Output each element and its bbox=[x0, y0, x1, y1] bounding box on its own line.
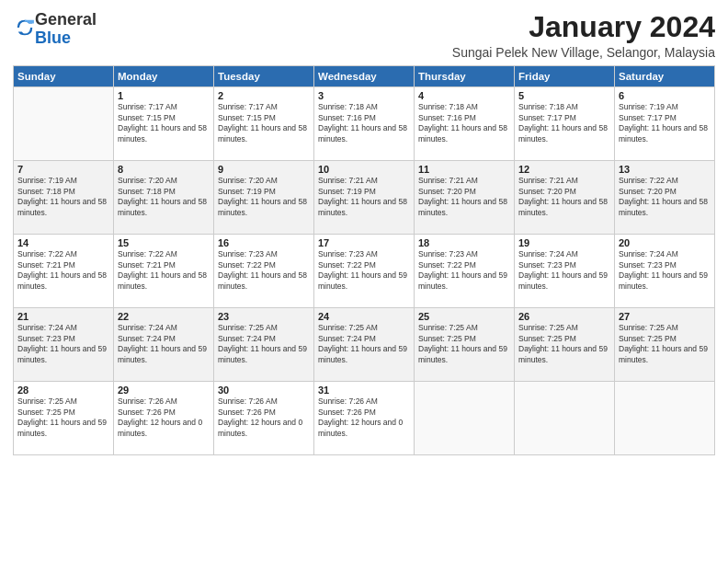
calendar-cell-w1d2: 9Sunrise: 7:20 AMSunset: 7:19 PMDaylight… bbox=[214, 161, 314, 235]
calendar-cell-w4d5 bbox=[515, 382, 615, 455]
calendar-cell-w4d3: 31Sunrise: 7:26 AMSunset: 7:26 PMDayligh… bbox=[314, 382, 415, 455]
day-number: 14 bbox=[17, 237, 109, 248]
day-number: 16 bbox=[218, 237, 310, 248]
day-number: 28 bbox=[17, 385, 109, 396]
day-number: 11 bbox=[418, 164, 510, 175]
calendar-cell-w1d5: 12Sunrise: 7:21 AMSunset: 7:20 PMDayligh… bbox=[515, 161, 615, 235]
calendar-table: Sunday Monday Tuesday Wednesday Thursday… bbox=[13, 65, 715, 455]
calendar-cell-w3d6: 27Sunrise: 7:25 AMSunset: 7:25 PMDayligh… bbox=[615, 308, 715, 382]
calendar-cell-w2d4: 18Sunrise: 7:23 AMSunset: 7:22 PMDayligh… bbox=[415, 235, 515, 308]
day-detail: Sunrise: 7:24 AMSunset: 7:23 PMDaylight:… bbox=[17, 323, 109, 365]
calendar-week-row-2: 14Sunrise: 7:22 AMSunset: 7:21 PMDayligh… bbox=[14, 235, 715, 308]
col-tuesday: Tuesday bbox=[214, 66, 314, 87]
calendar-cell-w1d6: 13Sunrise: 7:22 AMSunset: 7:20 PMDayligh… bbox=[615, 161, 715, 235]
day-detail: Sunrise: 7:25 AMSunset: 7:25 PMDaylight:… bbox=[518, 323, 610, 365]
day-number: 30 bbox=[218, 385, 310, 396]
calendar-cell-w0d1: 1Sunrise: 7:17 AMSunset: 7:15 PMDaylight… bbox=[114, 87, 214, 161]
calendar-cell-w1d1: 8Sunrise: 7:20 AMSunset: 7:18 PMDaylight… bbox=[114, 161, 214, 235]
calendar-cell-w2d3: 17Sunrise: 7:23 AMSunset: 7:22 PMDayligh… bbox=[314, 235, 415, 308]
calendar-week-row-0: 1Sunrise: 7:17 AMSunset: 7:15 PMDaylight… bbox=[14, 87, 715, 161]
col-wednesday: Wednesday bbox=[314, 66, 415, 87]
calendar-cell-w4d2: 30Sunrise: 7:26 AMSunset: 7:26 PMDayligh… bbox=[214, 382, 314, 455]
day-detail: Sunrise: 7:25 AMSunset: 7:24 PMDaylight:… bbox=[318, 323, 410, 365]
day-number: 6 bbox=[619, 90, 711, 101]
day-number: 7 bbox=[17, 164, 109, 175]
col-friday: Friday bbox=[515, 66, 615, 87]
calendar-cell-w3d3: 24Sunrise: 7:25 AMSunset: 7:24 PMDayligh… bbox=[314, 308, 415, 382]
day-number: 22 bbox=[118, 311, 210, 322]
day-number: 29 bbox=[118, 385, 210, 396]
calendar-cell-w4d6 bbox=[615, 382, 715, 455]
day-number: 27 bbox=[619, 311, 711, 322]
day-detail: Sunrise: 7:24 AMSunset: 7:24 PMDaylight:… bbox=[118, 323, 210, 365]
day-detail: Sunrise: 7:19 AMSunset: 7:18 PMDaylight:… bbox=[17, 176, 109, 218]
calendar-cell-w1d0: 7Sunrise: 7:19 AMSunset: 7:18 PMDaylight… bbox=[14, 161, 114, 235]
calendar-cell-w1d3: 10Sunrise: 7:21 AMSunset: 7:19 PMDayligh… bbox=[314, 161, 415, 235]
day-number: 31 bbox=[318, 385, 410, 396]
day-detail: Sunrise: 7:23 AMSunset: 7:22 PMDaylight:… bbox=[418, 249, 510, 292]
day-detail: Sunrise: 7:26 AMSunset: 7:26 PMDaylight:… bbox=[118, 396, 210, 439]
calendar-cell-w2d0: 14Sunrise: 7:22 AMSunset: 7:21 PMDayligh… bbox=[14, 235, 114, 308]
col-sunday: Sunday bbox=[14, 66, 114, 87]
calendar-cell-w3d4: 25Sunrise: 7:25 AMSunset: 7:25 PMDayligh… bbox=[415, 308, 515, 382]
day-detail: Sunrise: 7:24 AMSunset: 7:23 PMDaylight:… bbox=[518, 249, 610, 292]
day-number: 8 bbox=[118, 164, 210, 175]
col-thursday: Thursday bbox=[415, 66, 515, 87]
day-detail: Sunrise: 7:24 AMSunset: 7:23 PMDaylight:… bbox=[619, 249, 711, 292]
day-detail: Sunrise: 7:26 AMSunset: 7:26 PMDaylight:… bbox=[218, 396, 310, 439]
calendar-cell-w3d1: 22Sunrise: 7:24 AMSunset: 7:24 PMDayligh… bbox=[114, 308, 214, 382]
day-detail: Sunrise: 7:21 AMSunset: 7:20 PMDaylight:… bbox=[518, 176, 610, 218]
day-number: 10 bbox=[318, 164, 410, 175]
calendar-cell-w0d0 bbox=[14, 87, 114, 161]
day-detail: Sunrise: 7:25 AMSunset: 7:24 PMDaylight:… bbox=[218, 323, 310, 365]
title-block: January 2024 Sungai Pelek New Village, S… bbox=[452, 11, 715, 60]
col-saturday: Saturday bbox=[615, 66, 715, 87]
calendar-week-row-4: 28Sunrise: 7:25 AMSunset: 7:25 PMDayligh… bbox=[14, 382, 715, 455]
day-number: 21 bbox=[17, 311, 109, 322]
calendar-header-row: Sunday Monday Tuesday Wednesday Thursday… bbox=[14, 66, 715, 87]
col-monday: Monday bbox=[114, 66, 214, 87]
month-year-title: January 2024 bbox=[452, 11, 715, 43]
calendar-cell-w0d3: 3Sunrise: 7:18 AMSunset: 7:16 PMDaylight… bbox=[314, 87, 415, 161]
day-detail: Sunrise: 7:21 AMSunset: 7:20 PMDaylight:… bbox=[418, 176, 510, 218]
day-detail: Sunrise: 7:18 AMSunset: 7:17 PMDaylight:… bbox=[518, 102, 610, 144]
day-detail: Sunrise: 7:25 AMSunset: 7:25 PMDaylight:… bbox=[418, 323, 510, 365]
day-number: 20 bbox=[619, 237, 711, 248]
day-detail: Sunrise: 7:25 AMSunset: 7:25 PMDaylight:… bbox=[619, 323, 711, 365]
day-number: 12 bbox=[518, 164, 610, 175]
day-detail: Sunrise: 7:26 AMSunset: 7:26 PMDaylight:… bbox=[318, 396, 410, 439]
day-detail: Sunrise: 7:20 AMSunset: 7:19 PMDaylight:… bbox=[218, 176, 310, 218]
day-number: 15 bbox=[118, 237, 210, 248]
calendar-cell-w0d6: 6Sunrise: 7:19 AMSunset: 7:17 PMDaylight… bbox=[615, 87, 715, 161]
calendar-cell-w4d4 bbox=[415, 382, 515, 455]
day-detail: Sunrise: 7:21 AMSunset: 7:19 PMDaylight:… bbox=[318, 176, 410, 218]
calendar-cell-w3d2: 23Sunrise: 7:25 AMSunset: 7:24 PMDayligh… bbox=[214, 308, 314, 382]
logo-general-text: General bbox=[35, 10, 97, 29]
day-number: 26 bbox=[518, 311, 610, 322]
calendar-week-row-1: 7Sunrise: 7:19 AMSunset: 7:18 PMDaylight… bbox=[14, 161, 715, 235]
day-number: 3 bbox=[318, 90, 410, 101]
day-number: 17 bbox=[318, 237, 410, 248]
calendar-cell-w4d1: 29Sunrise: 7:26 AMSunset: 7:26 PMDayligh… bbox=[114, 382, 214, 455]
day-number: 1 bbox=[118, 90, 210, 101]
day-detail: Sunrise: 7:20 AMSunset: 7:18 PMDaylight:… bbox=[118, 176, 210, 218]
logo-text: General Blue bbox=[35, 11, 97, 48]
day-number: 4 bbox=[418, 90, 510, 101]
day-number: 24 bbox=[318, 311, 410, 322]
day-detail: Sunrise: 7:18 AMSunset: 7:16 PMDaylight:… bbox=[418, 102, 510, 144]
day-detail: Sunrise: 7:23 AMSunset: 7:22 PMDaylight:… bbox=[318, 249, 410, 292]
calendar-cell-w0d2: 2Sunrise: 7:17 AMSunset: 7:15 PMDaylight… bbox=[214, 87, 314, 161]
location-text: Sungai Pelek New Village, Selangor, Mala… bbox=[452, 45, 715, 60]
calendar-cell-w2d1: 15Sunrise: 7:22 AMSunset: 7:21 PMDayligh… bbox=[114, 235, 214, 308]
day-number: 23 bbox=[218, 311, 310, 322]
page: General Blue January 2024 Sungai Pelek N… bbox=[0, 0, 728, 563]
day-number: 5 bbox=[518, 90, 610, 101]
calendar-cell-w3d5: 26Sunrise: 7:25 AMSunset: 7:25 PMDayligh… bbox=[515, 308, 615, 382]
calendar-cell-w3d0: 21Sunrise: 7:24 AMSunset: 7:23 PMDayligh… bbox=[14, 308, 114, 382]
day-detail: Sunrise: 7:17 AMSunset: 7:15 PMDaylight:… bbox=[118, 102, 210, 144]
day-number: 13 bbox=[619, 164, 711, 175]
day-detail: Sunrise: 7:23 AMSunset: 7:22 PMDaylight:… bbox=[218, 249, 310, 292]
day-number: 18 bbox=[418, 237, 510, 248]
calendar-cell-w1d4: 11Sunrise: 7:21 AMSunset: 7:20 PMDayligh… bbox=[415, 161, 515, 235]
calendar-cell-w4d0: 28Sunrise: 7:25 AMSunset: 7:25 PMDayligh… bbox=[14, 382, 114, 455]
